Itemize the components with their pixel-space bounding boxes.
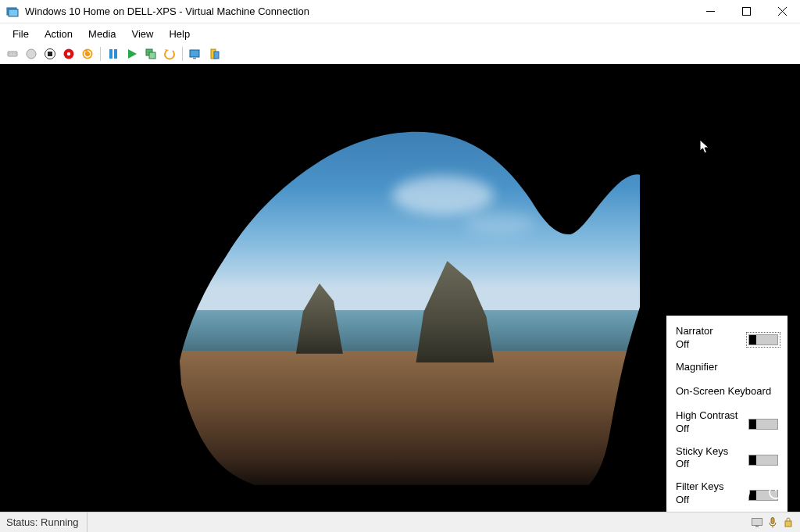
svg-marker-18: [128, 49, 137, 59]
power-icon[interactable]: [766, 482, 786, 502]
vm-display[interactable]: Narrator Off Magnifier On-Screen Keyboar…: [0, 64, 800, 512]
svg-rect-12: [48, 52, 52, 56]
app-icon: [6, 5, 19, 18]
menu-action[interactable]: Action: [37, 25, 80, 43]
status-text: Status: Running: [6, 512, 88, 532]
revert-icon[interactable]: [162, 46, 177, 62]
lock-icon[interactable]: [783, 517, 794, 528]
toggle-switch[interactable]: [748, 419, 778, 430]
ctrl-alt-del-icon[interactable]: [5, 46, 20, 62]
toolbar-separator: [182, 47, 183, 61]
share-icon[interactable]: [206, 46, 222, 62]
toggle-switch[interactable]: [748, 334, 778, 345]
window-title: Windows 10 Home on DELL-XPS - Virtual Ma…: [25, 5, 692, 17]
mouse-cursor-icon: [699, 139, 710, 155]
start-icon[interactable]: [124, 46, 140, 62]
svg-rect-7: [9, 53, 11, 55]
svg-rect-21: [190, 50, 199, 57]
toggle-switch[interactable]: [748, 455, 778, 466]
ease-label: On-Screen Keyboard: [676, 385, 778, 398]
statusbar: Status: Running: [0, 512, 800, 532]
ease-row-high-contrast[interactable]: High Contrast Off: [676, 409, 778, 434]
ease-of-access-icon[interactable]: [731, 482, 752, 502]
maximize-button[interactable]: [728, 0, 764, 23]
close-button[interactable]: [764, 0, 800, 23]
menu-view[interactable]: View: [124, 25, 162, 43]
svg-rect-22: [193, 58, 196, 59]
ease-row-narrator[interactable]: Narrator Off: [676, 325, 778, 350]
svg-rect-26: [752, 518, 762, 525]
ease-row-sticky-keys[interactable]: Sticky Keys Off: [676, 445, 778, 470]
checkpoint-icon[interactable]: [143, 46, 159, 62]
svg-rect-28: [771, 517, 774, 523]
toolbar: [0, 44, 800, 64]
display-config-icon[interactable]: [752, 517, 762, 528]
toolbar-separator: [100, 47, 101, 61]
ease-label: Magnifier: [676, 361, 778, 374]
svg-rect-1: [9, 9, 18, 16]
svg-point-14: [67, 52, 70, 55]
stop-icon[interactable]: [42, 46, 58, 62]
svg-rect-24: [214, 52, 219, 59]
svg-rect-8: [12, 53, 13, 55]
svg-rect-16: [109, 49, 112, 59]
svg-rect-17: [114, 49, 117, 59]
minimize-button[interactable]: [692, 0, 728, 23]
enhanced-session-icon[interactable]: [188, 46, 203, 62]
svg-rect-30: [785, 521, 791, 527]
svg-rect-3: [742, 8, 750, 16]
menu-media[interactable]: Media: [80, 25, 123, 43]
menu-help[interactable]: Help: [161, 25, 198, 43]
svg-point-10: [27, 49, 36, 59]
titlebar: Windows 10 Home on DELL-XPS - Virtual Ma…: [0, 0, 800, 23]
ease-row-osk[interactable]: On-Screen Keyboard: [676, 385, 778, 398]
pause-icon[interactable]: [105, 46, 121, 62]
ease-row-magnifier[interactable]: Magnifier: [676, 361, 778, 374]
power-icon[interactable]: [23, 46, 39, 62]
svg-rect-27: [755, 526, 759, 527]
shutdown-icon[interactable]: [61, 46, 77, 62]
svg-rect-9: [15, 53, 16, 55]
menu-file[interactable]: File: [5, 25, 37, 43]
svg-rect-20: [149, 52, 155, 59]
microphone-icon[interactable]: [767, 517, 778, 528]
menubar: File Action Media View Help: [0, 23, 800, 44]
reset-icon[interactable]: [80, 46, 95, 62]
